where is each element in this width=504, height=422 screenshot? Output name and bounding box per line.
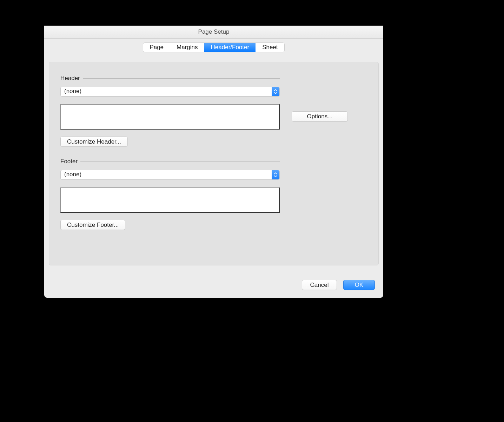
header-label-row: Header [60,75,280,82]
updown-icon [272,170,279,179]
titlebar: Page Setup [44,26,383,39]
tab-page[interactable]: Page [143,43,170,52]
tab-sheet[interactable]: Sheet [256,43,284,52]
options-button[interactable]: Options... [292,111,348,121]
header-rule [83,78,280,79]
footer-preview [60,187,280,213]
tab-panel: Header (none) Customize Header... [49,62,379,265]
header-section: Header (none) [60,75,280,97]
content-area: Page Margins Header/Footer Sheet Header … [44,39,383,270]
header-label: Header [60,75,80,82]
window-title: Page Setup [198,28,230,35]
tab-bar-container: Page Margins Header/Footer Sheet [49,39,379,53]
header-preview-row: Customize Header... Options... [60,104,367,147]
page-setup-sheet: Page Setup Page Margins Header/Footer Sh… [44,26,383,298]
header-preview [60,104,280,130]
ok-button[interactable]: OK [343,280,375,290]
tab-margins[interactable]: Margins [170,43,204,52]
dialog-buttons: Cancel OK [302,280,375,290]
customize-header-button[interactable]: Customize Header... [60,137,128,147]
footer-select-value: (none) [60,170,280,180]
tab-bar: Page Margins Header/Footer Sheet [143,43,284,52]
updown-icon [272,87,279,96]
footer-label-row: Footer [60,158,280,165]
cancel-button[interactable]: Cancel [302,280,337,290]
tab-header-footer[interactable]: Header/Footer [204,43,256,52]
footer-label: Footer [60,158,78,165]
customize-footer-button[interactable]: Customize Footer... [60,220,125,230]
footer-section: Footer (none) Customize Footer... [60,158,280,230]
header-select-value: (none) [60,87,280,97]
footer-rule [80,161,280,162]
header-select[interactable]: (none) [60,87,280,97]
footer-select[interactable]: (none) [60,170,280,180]
